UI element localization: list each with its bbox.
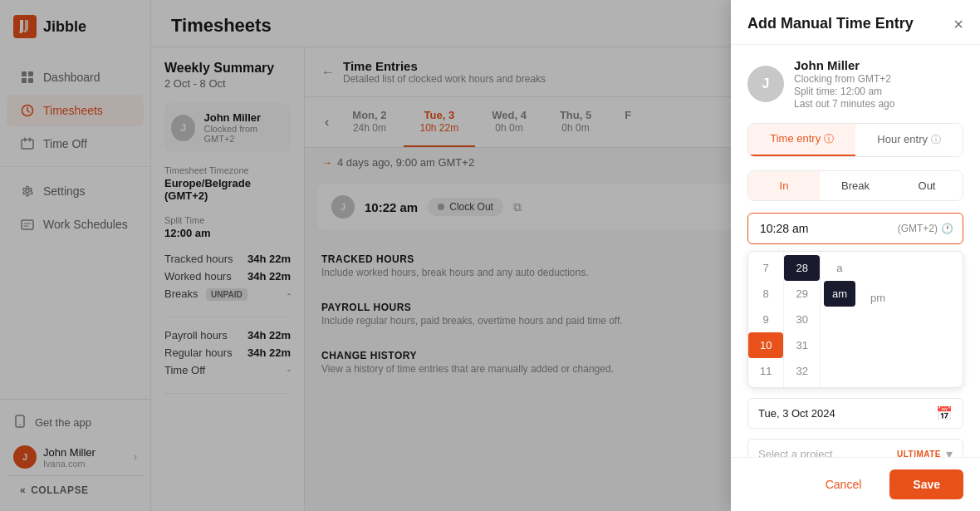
hour-item-11[interactable]: 11 bbox=[748, 358, 783, 384]
minute-item-29[interactable]: 29 bbox=[784, 281, 819, 307]
hour-entry-tab[interactable]: Hour entry ⓘ bbox=[855, 124, 963, 156]
ampm-picker-col: a am bbox=[821, 252, 859, 387]
minute-item-30[interactable]: 30 bbox=[784, 307, 819, 332]
ampm-am[interactable]: am bbox=[824, 281, 855, 307]
modal-body: J John Miller Clocking from GMT+2 Split … bbox=[731, 45, 980, 457]
hour-item-10[interactable]: 10 bbox=[748, 332, 783, 358]
ampm-pm[interactable]: pm bbox=[862, 285, 894, 311]
hour-item-8[interactable]: 8 bbox=[748, 281, 783, 307]
close-button[interactable]: × bbox=[953, 16, 963, 32]
entry-type-tab-group: Time entry ⓘ Hour entry ⓘ bbox=[747, 123, 963, 157]
break-tab[interactable]: Break bbox=[820, 171, 891, 200]
project-row[interactable]: Select a project ULTIMATE ▾ bbox=[747, 439, 963, 457]
hour-item-9[interactable]: 9 bbox=[748, 307, 783, 332]
date-text: Tue, 3 Oct 2024 bbox=[758, 407, 835, 420]
save-button[interactable]: Save bbox=[889, 469, 963, 499]
time-picker-dropdown: 7 8 9 10 11 28 29 30 31 32 a am pm bbox=[747, 251, 963, 388]
clock-icon: 🕐 bbox=[941, 223, 953, 234]
dropdown-icon: ▾ bbox=[946, 446, 953, 457]
out-tab[interactable]: Out bbox=[891, 171, 963, 200]
minute-item-28[interactable]: 28 bbox=[784, 255, 819, 281]
date-row[interactable]: Tue, 3 Oct 2024 📅 bbox=[747, 398, 963, 429]
add-manual-time-modal: Add Manual Time Entry × J John Miller Cl… bbox=[731, 0, 980, 511]
time-input-row: (GMT+2) 🕐 bbox=[747, 213, 963, 244]
modal-user-name: John Miller bbox=[794, 58, 894, 72]
modal-user-info: John Miller Clocking from GMT+2 Split ti… bbox=[794, 58, 894, 110]
cancel-button[interactable]: Cancel bbox=[806, 469, 882, 499]
modal-footer: Cancel Save bbox=[731, 457, 980, 511]
pm-picker-col: pm bbox=[859, 252, 897, 387]
calendar-icon: 📅 bbox=[936, 405, 953, 421]
modal-clocking-from: Clocking from GMT+2 bbox=[794, 73, 894, 85]
ultimate-badge: ULTIMATE bbox=[897, 450, 941, 457]
minute-item-32[interactable]: 32 bbox=[784, 358, 819, 384]
time-entry-tab[interactable]: Time entry ⓘ bbox=[748, 124, 855, 156]
modal-header: Add Manual Time Entry × bbox=[731, 0, 980, 45]
timezone-display: (GMT+2) bbox=[898, 223, 938, 234]
modal-user-row: J John Miller Clocking from GMT+2 Split … bbox=[747, 58, 963, 110]
minute-picker-col: 28 29 30 31 32 bbox=[784, 252, 820, 387]
hour-item-7[interactable]: 7 bbox=[748, 255, 783, 281]
modal-title: Add Manual Time Entry bbox=[747, 15, 914, 32]
in-break-out-tabs: In Break Out bbox=[747, 170, 963, 201]
modal-last-out: Last out 7 minutes ago bbox=[794, 98, 894, 110]
modal-avatar: J bbox=[747, 66, 784, 102]
project-placeholder: Select a project bbox=[758, 448, 833, 457]
ampm-a[interactable]: a bbox=[828, 255, 850, 281]
in-tab[interactable]: In bbox=[748, 171, 820, 200]
time-input-suffix: (GMT+2) 🕐 bbox=[898, 223, 953, 234]
hour-picker-col: 7 8 9 10 11 bbox=[748, 252, 784, 387]
minute-item-31[interactable]: 31 bbox=[784, 332, 819, 358]
project-row-right: ULTIMATE ▾ bbox=[897, 446, 953, 457]
modal-split-time: Split time: 12:00 am bbox=[794, 86, 894, 97]
